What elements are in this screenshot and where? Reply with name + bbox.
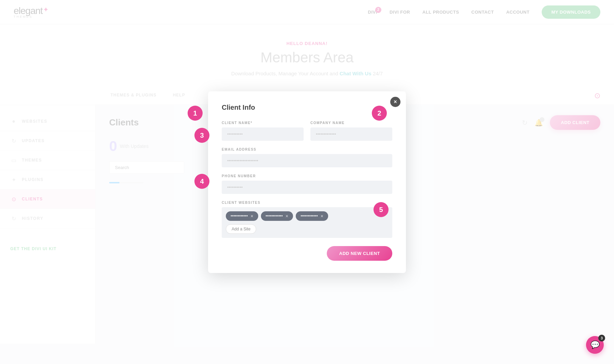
badge-1: 1 (188, 106, 203, 121)
badge-4: 4 (194, 174, 209, 189)
website-tag: •••••••••••• × (296, 211, 328, 221)
email-field: EMAIL ADDRESS (222, 148, 392, 167)
tag-remove-1[interactable]: × (286, 213, 288, 219)
modal-submit-row: ADD NEW CLIENT (222, 246, 392, 261)
website-tag: •••••••••••• × (226, 211, 258, 221)
websites-container: •••••••••••• × •••••••••••• × ••••••••••… (222, 207, 392, 238)
badge-3: 3 (194, 128, 209, 143)
phone-input[interactable] (222, 181, 392, 194)
badge-5: 5 (374, 202, 389, 217)
company-name-field: COMPANY NAME (310, 121, 392, 141)
phone-field: PHONE NUMBER (222, 174, 392, 194)
add-new-client-button[interactable]: ADD NEW CLIENT (327, 246, 392, 261)
website-tag: •••••••••••• × (261, 211, 293, 221)
modal-row-2: EMAIL ADDRESS (222, 148, 392, 167)
badge-2: 2 (372, 106, 387, 121)
websites-tags: •••••••••••• × •••••••••••• × ••••••••••… (226, 211, 388, 221)
websites-label: CLIENT WEBSITES (222, 201, 392, 204)
add-site-button[interactable]: Add a Site (226, 224, 256, 234)
tag-remove-2[interactable]: × (321, 213, 323, 219)
websites-field: CLIENT WEBSITES •••••••••••• × •••••••••… (222, 201, 392, 238)
modal-row-1: CLIENT NAME* COMPANY NAME (222, 121, 392, 141)
tag-remove-0[interactable]: × (250, 213, 253, 219)
chat-count-badge: 3 (598, 335, 605, 342)
company-name-input[interactable] (310, 127, 392, 141)
client-name-input[interactable] (222, 127, 304, 141)
modal-title: Client Info (222, 104, 392, 111)
chat-bubble[interactable]: 💬 3 (586, 336, 604, 354)
modal-row-3: PHONE NUMBER (222, 174, 392, 194)
email-label: EMAIL ADDRESS (222, 148, 392, 151)
client-name-label: CLIENT NAME* (222, 121, 304, 125)
company-name-label: COMPANY NAME (310, 121, 392, 125)
modal-row-4: CLIENT WEBSITES •••••••••••• × •••••••••… (222, 201, 392, 238)
modal-close-button[interactable]: × (390, 97, 400, 107)
modal-overlay: 1 2 3 4 5 Client Info × CLIENT NAME* COM… (0, 0, 614, 364)
chat-icon: 💬 (590, 340, 600, 349)
client-name-field: CLIENT NAME* (222, 121, 304, 141)
phone-label: PHONE NUMBER (222, 174, 392, 178)
email-input[interactable] (222, 154, 392, 167)
